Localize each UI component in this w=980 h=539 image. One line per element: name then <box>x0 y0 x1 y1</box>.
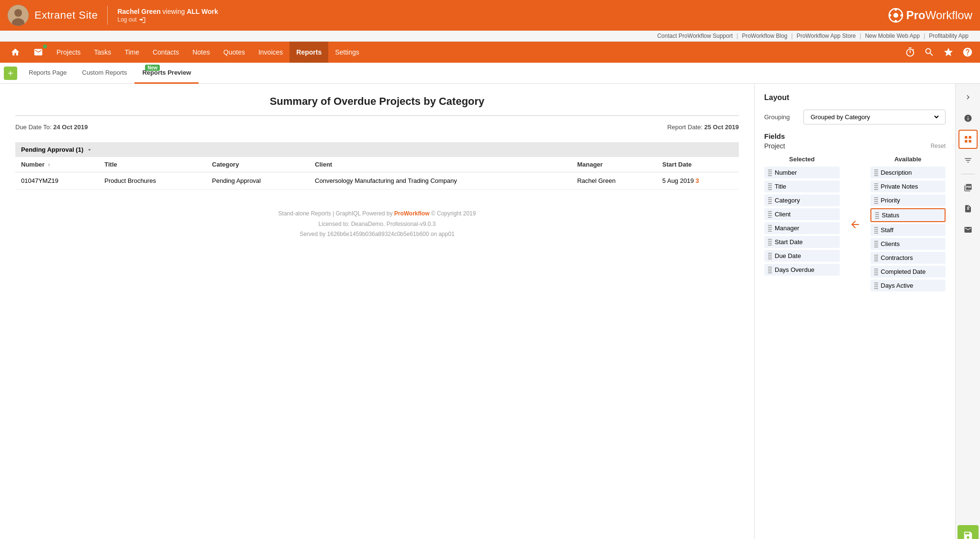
fields-header: Project Reset <box>764 142 946 150</box>
report-footer: Stand-alone Reports | GraphIQL Powered b… <box>15 209 739 240</box>
nav-invoices[interactable]: Invoices <box>252 42 290 63</box>
drag-handle <box>768 169 772 176</box>
field-category[interactable]: Category <box>764 194 840 206</box>
svg-point-5 <box>894 9 897 11</box>
field-priority[interactable]: Priority <box>870 194 946 206</box>
project-label: Project <box>764 142 785 150</box>
field-client[interactable]: Client <box>764 208 840 220</box>
email-button[interactable] <box>958 220 978 239</box>
panel-divider <box>961 174 975 174</box>
field-due-date[interactable]: Due Date <box>764 250 840 262</box>
nav-reports[interactable]: Reports <box>290 42 328 63</box>
utility-link-profitability[interactable]: Profitability App <box>925 33 972 39</box>
cell-number: 01047YMZ19 <box>15 172 99 190</box>
top-bar-right: ProWorkflow <box>888 8 972 23</box>
tab-custom-reports[interactable]: Custom Reports <box>75 63 135 84</box>
field-completed-date[interactable]: Completed Date <box>870 266 946 278</box>
avatar <box>8 5 29 26</box>
pdf-button[interactable] <box>958 178 978 197</box>
svg-point-6 <box>894 20 897 22</box>
drag-handle <box>768 267 772 273</box>
nav-notes[interactable]: Notes <box>186 42 217 63</box>
site-title: Extranet Site <box>34 9 98 22</box>
report-date: Report Date: 25 Oct 2019 <box>667 124 739 131</box>
utility-link-appstore[interactable]: ProWorkflow App Store <box>793 33 860 39</box>
col-client[interactable]: Client <box>309 157 571 172</box>
nav-timer-icon[interactable] <box>902 44 919 61</box>
col-manager[interactable]: Manager <box>571 157 657 172</box>
expand-button[interactable] <box>958 88 978 107</box>
field-status[interactable]: Status <box>870 208 946 222</box>
nav-tasks[interactable]: Tasks <box>88 42 118 63</box>
grouping-label: Grouping <box>764 113 798 121</box>
nav-home[interactable] <box>4 42 27 63</box>
report-group-header[interactable]: Pending Approval (1) <box>15 142 739 157</box>
nav-projects[interactable]: Projects <box>50 42 88 63</box>
drag-handle <box>768 239 772 246</box>
field-staff[interactable]: Staff <box>870 224 946 236</box>
reset-button[interactable]: Reset <box>931 143 946 149</box>
drag-handle <box>874 197 878 204</box>
info-button[interactable] <box>958 109 978 128</box>
nav-search-icon[interactable] <box>921 44 938 61</box>
utility-links: Contact ProWorkflow Support | ProWorkflo… <box>0 31 980 42</box>
field-number[interactable]: Number <box>764 167 840 179</box>
col-start-date[interactable]: Start Date <box>657 157 739 172</box>
nav-help-icon[interactable] <box>959 44 976 61</box>
layout-title: Layout <box>764 93 946 102</box>
report-title: Summary of Overdue Projects by Category <box>15 95 739 108</box>
user-name: Rachel Green viewing ALL Work <box>117 8 218 15</box>
utility-link-blog[interactable]: ProWorkflow Blog <box>738 33 791 39</box>
nav-star-icon[interactable] <box>940 44 957 61</box>
grid-button[interactable] <box>958 130 978 149</box>
field-title[interactable]: Title <box>764 180 840 192</box>
tab-reports-page[interactable]: Reports Page <box>21 63 75 84</box>
field-private-notes[interactable]: Private Notes <box>870 180 946 192</box>
report-area: Summary of Overdue Projects by Category … <box>0 84 754 539</box>
nav-settings[interactable]: Settings <box>328 42 366 63</box>
grouping-dropdown[interactable]: Grouped by Category No Grouping Grouped … <box>809 113 940 121</box>
grouping-select[interactable]: Grouped by Category No Grouping Grouped … <box>803 110 946 124</box>
report-table: Number ↑ Title Category Client Manager S… <box>15 157 739 190</box>
field-start-date[interactable]: Start Date <box>764 236 840 248</box>
field-description[interactable]: Description <box>870 167 946 179</box>
main-content: Summary of Overdue Projects by Category … <box>0 84 980 539</box>
grouping-row: Grouping Grouped by Category No Grouping… <box>764 110 946 124</box>
field-clients[interactable]: Clients <box>870 238 946 250</box>
fields-title: Fields <box>764 132 946 140</box>
tab-reports-preview[interactable]: Reports Preview New <box>134 63 199 84</box>
field-manager[interactable]: Manager <box>764 222 840 234</box>
filter-button[interactable] <box>958 151 978 170</box>
report-divider <box>15 115 739 116</box>
nav-quotes[interactable]: Quotes <box>217 42 252 63</box>
field-contractors[interactable]: Contractors <box>870 252 946 264</box>
available-header: Available <box>870 156 946 163</box>
drag-handle <box>874 169 878 176</box>
sort-icon: ↑ <box>48 162 50 168</box>
excel-button[interactable] <box>958 199 978 218</box>
save-button[interactable] <box>958 525 979 539</box>
utility-link-mobile[interactable]: New Mobile Web App <box>861 33 924 39</box>
col-number[interactable]: Number ↑ <box>15 157 99 172</box>
utility-link-support[interactable]: Contact ProWorkflow Support <box>653 33 736 39</box>
table-header-row: Number ↑ Title Category Client Manager S… <box>15 157 739 172</box>
selected-fields-col: Selected Number Title Category <box>764 156 840 293</box>
nav-mail[interactable] <box>27 42 50 63</box>
nav-contacts[interactable]: Contacts <box>146 42 186 63</box>
cell-start-date: 5 Aug 2019 3 <box>657 172 739 190</box>
sidebar: Layout Grouping Grouped by Category No G… <box>754 84 955 539</box>
nav-time[interactable]: Time <box>118 42 146 63</box>
cell-title: Product Brochures <box>99 172 206 190</box>
col-category[interactable]: Category <box>206 157 309 172</box>
add-button[interactable] <box>4 67 17 80</box>
drag-handle <box>768 211 772 218</box>
table-scroll: Number ↑ Title Category Client Manager S… <box>15 157 739 190</box>
right-panel <box>955 84 980 539</box>
col-title[interactable]: Title <box>99 157 206 172</box>
fields-columns: Selected Number Title Category <box>764 156 946 293</box>
logout-link[interactable]: Log out <box>117 16 218 23</box>
drag-handle <box>768 225 772 232</box>
field-days-overdue[interactable]: Days Overdue <box>764 264 840 276</box>
field-days-active[interactable]: Days Active <box>870 280 946 292</box>
mail-badge-dot <box>43 45 47 48</box>
